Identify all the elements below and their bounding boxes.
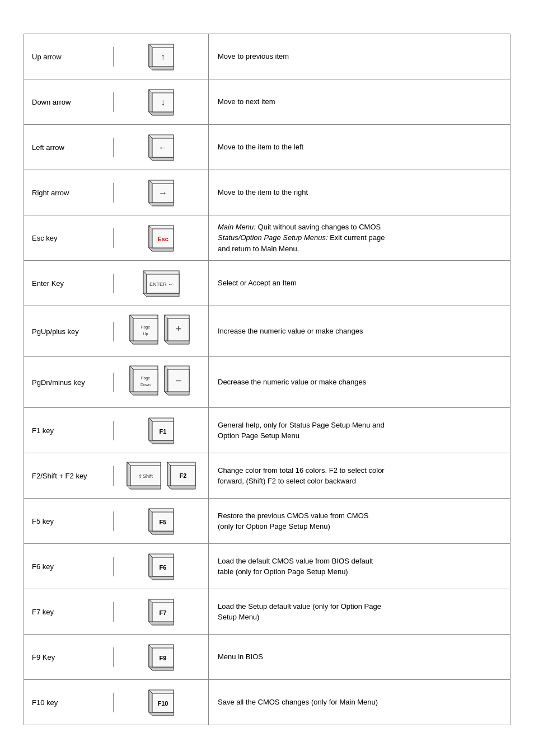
svg-marker-37 <box>165 315 168 344</box>
svg-text:F9: F9 <box>159 655 166 661</box>
key-description: Move to the item to the left <box>209 136 510 158</box>
svg-marker-11 <box>149 135 152 161</box>
key-description: Decrease the numeric value or make chang… <box>209 371 510 393</box>
key-name: F6 key <box>24 557 114 576</box>
svg-text:F6: F6 <box>159 564 166 571</box>
svg-text:Up: Up <box>143 332 148 336</box>
key-description: Select or Accept an Item <box>209 272 510 294</box>
svg-marker-1 <box>149 44 152 70</box>
key-icon: F7 <box>114 589 209 634</box>
svg-marker-73 <box>149 554 152 580</box>
svg-marker-68 <box>149 509 152 534</box>
table-row: F10 key F10 Save all the CMOS changes (o… <box>24 680 510 725</box>
key-description: Main Menu: Quit without saving changes t… <box>209 216 510 260</box>
svg-marker-33 <box>133 318 158 341</box>
svg-marker-49 <box>165 392 189 395</box>
table-row: F1 key F1 General help, only for Status … <box>24 408 510 453</box>
svg-marker-44 <box>133 369 158 392</box>
table-row: F9 Key F9 Menu in BIOS <box>24 635 510 680</box>
svg-text:↓: ↓ <box>161 97 165 107</box>
svg-marker-74 <box>149 576 174 580</box>
key-icon: F5 <box>114 499 209 543</box>
key-name: PgUp/plus key <box>24 322 114 341</box>
key-icon: F6 <box>114 544 209 589</box>
svg-marker-12 <box>149 157 174 161</box>
key-name: F9 Key <box>24 647 114 667</box>
key-description: Move to previous item <box>209 45 510 68</box>
svg-text:F5: F5 <box>159 519 166 525</box>
svg-marker-42 <box>130 366 133 395</box>
table-row: F2/Shift + F2 key ⇧Shift F2 Change color… <box>24 453 510 499</box>
svg-marker-7 <box>149 112 174 115</box>
svg-text:+: + <box>175 323 181 335</box>
svg-text:F7: F7 <box>159 609 166 616</box>
svg-marker-69 <box>149 531 174 534</box>
svg-marker-38 <box>165 341 189 344</box>
key-name: Enter Key <box>24 274 114 293</box>
table-row: Down arrow ↓ Move to next item <box>24 79 510 125</box>
keyboard-reference-table: Up arrow ↑ Move to previous itemDown arr… <box>24 34 510 725</box>
table-row: PgDn/minus key Page Down – Decrease the … <box>24 357 510 408</box>
key-name: F7 key <box>24 602 114 622</box>
key-icon: Page Up + <box>114 306 209 356</box>
svg-marker-54 <box>149 440 174 444</box>
key-description: Move to the item to the right <box>209 181 510 204</box>
key-icon: ↓ <box>114 79 209 124</box>
key-icon: ⇧Shift F2 <box>114 453 209 498</box>
svg-marker-83 <box>149 645 152 670</box>
key-description: Save all the CMOS changes (only for Main… <box>209 691 510 713</box>
svg-text:Down: Down <box>140 383 151 387</box>
svg-marker-48 <box>165 366 168 395</box>
svg-text:ENTER ←: ENTER ← <box>149 281 172 287</box>
svg-text:Page: Page <box>140 376 149 381</box>
svg-marker-78 <box>149 599 152 625</box>
key-description: Move to next item <box>209 91 510 113</box>
key-description: Load the Setup default value (only for O… <box>209 595 510 628</box>
key-icon: ENTER ← <box>114 261 209 306</box>
key-icon: Page Down – <box>114 357 209 407</box>
key-name: Down arrow <box>24 92 114 112</box>
key-description: Change color from total 16 colors. F2 to… <box>209 459 510 492</box>
svg-text:–: – <box>175 374 181 386</box>
svg-marker-43 <box>130 392 158 395</box>
key-name: Up arrow <box>24 47 114 67</box>
key-description: General help, only for Status Page Setup… <box>209 414 510 447</box>
table-row: F5 key F5 Restore the previous CMOS valu… <box>24 499 510 544</box>
svg-marker-59 <box>127 486 161 489</box>
svg-marker-58 <box>127 462 130 489</box>
svg-marker-88 <box>149 690 152 716</box>
key-description: Restore the previous CMOS value from CMO… <box>209 505 510 538</box>
key-icon: ↑ <box>114 34 209 79</box>
svg-marker-22 <box>149 248 174 251</box>
key-icon: Esc <box>114 215 209 260</box>
svg-marker-31 <box>130 315 133 344</box>
key-name: F5 key <box>24 511 114 531</box>
svg-marker-16 <box>149 180 152 206</box>
svg-marker-64 <box>167 486 195 489</box>
table-row: Left arrow ← Move to the item to the lef… <box>24 125 510 170</box>
key-description: Menu in BIOS <box>209 646 510 668</box>
key-name: Esc key <box>24 228 114 248</box>
key-icon: F1 <box>114 408 209 453</box>
svg-marker-26 <box>143 271 147 297</box>
key-icon: ← <box>114 125 209 170</box>
svg-text:F2: F2 <box>179 472 186 479</box>
table-row: Up arrow ↑ Move to previous item <box>24 34 510 79</box>
svg-marker-84 <box>149 667 174 670</box>
svg-marker-32 <box>130 341 158 344</box>
key-description: Increase the numeric value or make chang… <box>209 320 510 342</box>
svg-text:↑: ↑ <box>161 52 165 62</box>
key-name: Right arrow <box>24 183 114 203</box>
key-icon: F9 <box>114 635 209 679</box>
key-name: PgDn/minus key <box>24 373 114 392</box>
key-icon: F10 <box>114 680 209 725</box>
svg-text:Esc: Esc <box>157 236 168 242</box>
svg-text:Page: Page <box>140 325 149 330</box>
key-icon: → <box>114 170 209 215</box>
svg-marker-21 <box>149 226 152 251</box>
table-row: PgUp/plus key Page Up + Increase the num… <box>24 306 510 357</box>
svg-marker-89 <box>149 712 174 716</box>
svg-marker-2 <box>149 67 174 70</box>
table-row: F7 key F7 Load the Setup default value (… <box>24 589 510 635</box>
key-name: F1 key <box>24 421 114 440</box>
